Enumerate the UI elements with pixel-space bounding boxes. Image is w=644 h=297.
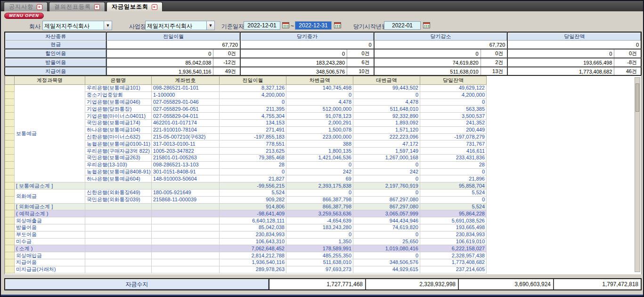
amount-cell-prev[interactable]: 2,814,212,788 bbox=[220, 252, 286, 259]
row-selector-cell[interactable] bbox=[5, 203, 15, 210]
tab-close-icon[interactable]: × bbox=[37, 4, 42, 10]
bank-name-cell[interactable] bbox=[85, 210, 152, 217]
amount-cell-debit[interactable]: 4,478 bbox=[286, 99, 353, 106]
amount-cell-prev[interactable]: 85,042,038 bbox=[220, 224, 286, 231]
amount-cell-bal[interactable]: 0 bbox=[420, 99, 487, 106]
amount-cell-bal[interactable]: 230,834,993 bbox=[420, 231, 487, 238]
vertical-scrollbar[interactable] bbox=[635, 77, 640, 272]
row-selector-cell[interactable] bbox=[5, 266, 15, 273]
amount-cell-prev[interactable]: 289,978,263 bbox=[220, 266, 286, 273]
amount-cell-prev[interactable]: 106,643,310 bbox=[220, 238, 286, 245]
amount-cell-credit[interactable]: 74,619,820 bbox=[353, 224, 420, 231]
amount-cell-bal[interactable]: -197,078,279 bbox=[420, 133, 487, 140]
amount-cell-debit[interactable]: 178,589,991 bbox=[286, 245, 353, 252]
bank-name-cell[interactable]: 국민은행(보통예금263) bbox=[85, 154, 152, 161]
amount-cell-prev[interactable]: 5,524 bbox=[220, 189, 286, 196]
bank-name-cell[interactable] bbox=[85, 182, 152, 190]
bank-name-cell[interactable]: 국민은행(보통예금174) bbox=[85, 119, 152, 126]
chevron-down-icon[interactable]: ▼ bbox=[104, 21, 112, 30]
amount-cell-bal[interactable]: 6,222,158,027 bbox=[420, 245, 487, 252]
amount-cell-bal[interactable]: 3,500,537 bbox=[420, 113, 487, 120]
amount-cell-credit[interactable]: 44,929,615 bbox=[353, 266, 420, 273]
account-label-cell[interactable]: [ 보통예금소계 ] bbox=[15, 182, 85, 190]
amount-cell-debit[interactable]: 97,693,273 bbox=[286, 266, 353, 273]
account-number-cell[interactable]: 215801-01-005263 bbox=[152, 154, 220, 161]
amount-cell-credit[interactable]: 0 bbox=[353, 189, 420, 196]
account-label-cell[interactable]: 부도어음 bbox=[15, 231, 85, 238]
tab-notice[interactable]: 공지사항 × bbox=[4, 2, 48, 11]
date-to-input[interactable]: 2022-12-31 bbox=[295, 21, 332, 30]
account-group-cell[interactable]: 외화예금 bbox=[15, 189, 85, 203]
amount-cell-prev[interactable]: 79,385,468 bbox=[220, 154, 286, 161]
account-number-cell[interactable] bbox=[152, 224, 220, 231]
row-selector-cell[interactable] bbox=[5, 168, 15, 175]
account-number-cell[interactable] bbox=[152, 217, 220, 224]
calendar-icon[interactable] bbox=[423, 22, 430, 29]
amount-cell-bal[interactable]: 241,352 bbox=[420, 119, 487, 126]
amount-cell-credit[interactable]: 1,893,092 bbox=[353, 119, 420, 126]
amount-cell-bal[interactable]: 28 bbox=[420, 161, 487, 168]
bank-name-cell[interactable] bbox=[85, 203, 152, 210]
account-number-cell[interactable] bbox=[152, 266, 220, 273]
account-number-cell[interactable] bbox=[152, 259, 220, 266]
account-label-cell[interactable]: ( 소계 ) bbox=[15, 245, 85, 252]
amount-cell-prev[interactable]: 914,806 bbox=[220, 203, 286, 210]
amount-cell-bal[interactable]: 106,619,010 bbox=[420, 238, 487, 245]
grid-row[interactable]: 외화예금신한은행(외화통장649)180-005-9216495,524005,… bbox=[5, 189, 487, 196]
amount-cell-debit[interactable]: 0 bbox=[286, 91, 353, 99]
account-number-cell[interactable] bbox=[152, 210, 220, 217]
amount-cell-credit[interactable]: 99,443,502 bbox=[353, 85, 420, 92]
amount-cell-prev[interactable]: -99,556,215 bbox=[220, 182, 286, 190]
amount-cell-credit[interactable]: 242 bbox=[353, 168, 420, 175]
amount-cell-debit[interactable]: 1,800,135 bbox=[286, 148, 353, 155]
row-selector-cell[interactable] bbox=[5, 189, 15, 196]
bank-name-cell[interactable] bbox=[85, 217, 152, 224]
amount-cell-credit[interactable]: 47,172 bbox=[353, 140, 420, 148]
grid-subtotal-row[interactable]: [ 외화예금소계 ]914,806866,387,798867,297,0805… bbox=[5, 203, 487, 210]
account-number-cell[interactable]: 027-055829-04-011 bbox=[152, 113, 220, 120]
amount-cell-credit[interactable]: 348,506,576 bbox=[353, 259, 420, 266]
account-number-cell[interactable]: 301-0151-8408-91 bbox=[152, 168, 220, 175]
date-from-input[interactable]: 2022-12-01 bbox=[244, 21, 280, 30]
row-selector-cell[interactable] bbox=[5, 238, 15, 245]
row-selector-cell[interactable] bbox=[5, 224, 15, 231]
amount-cell-debit[interactable]: 511,638,010 bbox=[286, 259, 353, 266]
amount-cell-prev[interactable]: 6,640,128,111 bbox=[220, 217, 286, 224]
scrollbar-thumb[interactable] bbox=[636, 83, 639, 112]
site-select[interactable]: 제일저지주식회사 ▼ bbox=[145, 21, 215, 30]
bank-name-cell[interactable]: 신한은행(마이너스632) bbox=[85, 133, 152, 140]
row-selector-cell[interactable] bbox=[5, 126, 15, 133]
account-number-cell[interactable]: 027-055829-01-046 bbox=[152, 99, 220, 106]
menu-open-button[interactable]: MENU OPEN bbox=[4, 13, 44, 19]
account-number-cell[interactable] bbox=[152, 182, 220, 190]
amount-cell-credit[interactable]: 0 bbox=[353, 161, 420, 168]
tab-close-icon[interactable]: × bbox=[152, 4, 157, 10]
row-selector-cell[interactable] bbox=[5, 210, 15, 217]
amount-cell-bal[interactable]: 193,665,498 bbox=[420, 224, 487, 231]
amount-cell-bal[interactable]: 0 bbox=[420, 196, 487, 203]
amount-cell-prev[interactable]: -98,641,409 bbox=[220, 210, 286, 217]
amount-cell-prev[interactable]: 21,827 bbox=[220, 175, 286, 182]
account-label-cell[interactable]: 외상매출금 bbox=[15, 217, 85, 224]
account-label-cell[interactable]: 미지급금(거래처) bbox=[15, 266, 85, 273]
amount-cell-prev[interactable]: 0 bbox=[220, 168, 286, 175]
amount-cell-debit[interactable]: 0 bbox=[286, 189, 353, 196]
row-selector-cell[interactable] bbox=[5, 175, 15, 182]
bank-name-cell[interactable]: 기업은행(보통예금046) bbox=[85, 99, 152, 106]
amount-cell-bal[interactable]: 95,858,704 bbox=[420, 182, 487, 190]
amount-cell-prev[interactable]: 28 bbox=[220, 161, 286, 168]
bank-name-cell[interactable]: 우리은행(보통예금101) bbox=[85, 85, 152, 92]
grid-account-row[interactable]: 외상매출금6,640,128,111-4,654,639944,434,9465… bbox=[5, 217, 487, 224]
amount-cell-prev[interactable]: 4,755,304 bbox=[220, 113, 286, 120]
row-selector-cell[interactable] bbox=[5, 91, 15, 99]
amount-cell-prev[interactable]: 1,936,540,116 bbox=[220, 259, 286, 266]
amount-cell-debit[interactable]: -4,654,639 bbox=[286, 217, 353, 224]
grid-account-row[interactable]: 외상매입금2,814,212,788485,255,35002,328,957,… bbox=[5, 252, 487, 259]
account-label-cell[interactable]: ( 예적금소계 ) bbox=[15, 210, 85, 217]
bank-name-cell[interactable]: 기업은행(당좌통장) bbox=[85, 106, 152, 113]
account-label-cell[interactable]: [ 외화예금소계 ] bbox=[15, 203, 85, 210]
account-label-cell[interactable]: 받을어음 bbox=[15, 224, 85, 231]
bank-name-cell[interactable]: 하나은행(보통예금604) bbox=[85, 175, 152, 182]
account-number-cell[interactable]: 221-910010-78104 bbox=[152, 126, 220, 133]
row-selector-cell[interactable] bbox=[5, 85, 15, 92]
